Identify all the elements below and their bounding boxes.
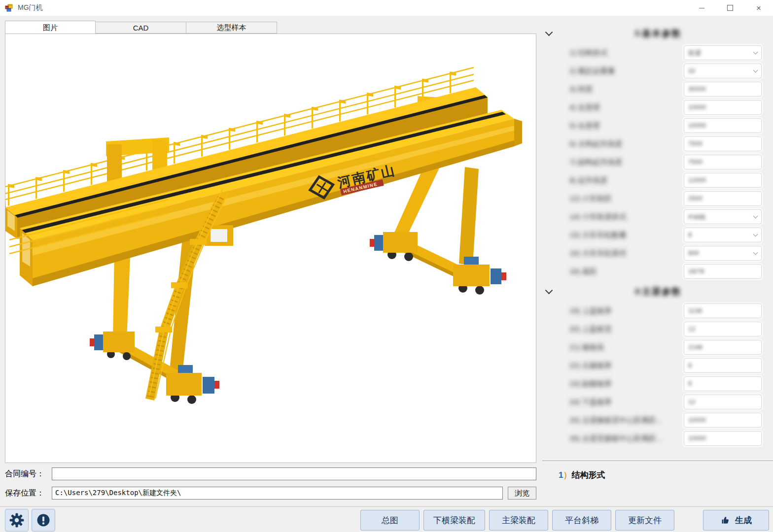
param-label: 19) 上盖板厚	[569, 306, 684, 316]
toolbar-button-总图[interactable]: 总图	[360, 510, 420, 531]
param-label: 21) 腹板高	[569, 343, 684, 352]
param-value: 7500	[688, 140, 703, 147]
param-row: 14) 小车轨道形式P38轨	[542, 209, 773, 224]
titlebar: MG门机 ×	[0, 0, 773, 16]
param-value: 2148	[688, 343, 703, 351]
param-label: 12) 小车轨距	[569, 194, 684, 203]
parameter-hint: 1）结构形式	[559, 469, 605, 481]
param-input[interactable]: 10000	[684, 118, 762, 133]
param-row: 18) 基距16/78	[542, 264, 773, 279]
save-location-label: 保存位置：	[5, 488, 52, 499]
param-value: 7500	[688, 158, 703, 166]
contract-number-input[interactable]	[52, 467, 536, 480]
param-value: 10000	[688, 434, 706, 442]
toolbar-button-主梁装配[interactable]: 主梁装配	[489, 510, 548, 531]
param-label: 20) 上盖板宽	[569, 325, 684, 334]
param-input[interactable]: 1138	[684, 303, 762, 318]
param-label: 15) 大车车轮数量	[569, 231, 684, 240]
param-label: 4) 左悬臂	[569, 103, 684, 112]
contract-number-label: 合同编号：	[5, 469, 52, 479]
param-input[interactable]: 10000	[684, 431, 762, 446]
settings-button[interactable]	[5, 509, 29, 532]
generate-button[interactable]: 生成	[703, 510, 769, 531]
param-value: 双梁	[688, 49, 701, 58]
close-icon: ×	[756, 4, 761, 12]
toolbar-button-平台斜梯[interactable]: 平台斜梯	[552, 510, 611, 531]
param-select[interactable]: 8	[684, 228, 762, 242]
param-value: 6	[688, 380, 692, 387]
param-input[interactable]: 10000	[684, 100, 762, 115]
param-input[interactable]: 12000	[684, 173, 762, 188]
hint-text: 结构形式	[571, 470, 605, 480]
collapse-section-icon[interactable]	[545, 29, 553, 36]
param-row: 6) 主钩起升高度7500	[542, 136, 773, 151]
param-row: 7) 副钩起升高度7500	[542, 155, 773, 169]
maximize-icon	[727, 5, 733, 11]
minimize-button[interactable]	[687, 0, 716, 16]
toolbar-button-下横梁装配[interactable]: 下横梁装配	[423, 510, 485, 531]
generate-label: 生成	[735, 515, 752, 526]
tab-选型样本[interactable]: 选型样本	[186, 22, 277, 33]
param-input[interactable]: 7500	[684, 155, 762, 169]
param-row: 26) 主梁至腹板中心距离距...10000	[542, 431, 773, 446]
param-label: 18) 基距	[569, 267, 684, 276]
param-value: 32	[688, 67, 695, 74]
panel-divider	[542, 461, 773, 462]
param-input[interactable]: 16/78	[684, 264, 762, 279]
param-select[interactable]: 600	[684, 246, 762, 261]
warning-button[interactable]	[32, 509, 55, 532]
minimize-icon	[699, 8, 704, 8]
param-row: 22) 主腹板厚6	[542, 358, 773, 373]
param-input[interactable]: 12	[684, 395, 762, 409]
param-row: 15) 大车车轮数量8	[542, 228, 773, 242]
param-input[interactable]: 7500	[684, 136, 762, 151]
tab-CAD[interactable]: CAD	[96, 22, 186, 33]
param-value: 600	[688, 249, 699, 257]
param-row: 21) 腹板高2148	[542, 340, 773, 355]
close-button[interactable]: ×	[744, 0, 773, 16]
section-title: ②主梁参数	[633, 287, 681, 297]
param-input[interactable]: 30000	[684, 82, 762, 97]
param-label: 5) 右悬臂	[569, 121, 684, 131]
param-input[interactable]: 6	[684, 376, 762, 391]
param-value: 10000	[688, 103, 706, 111]
bottom-toolbar: 总图下横梁装配主梁装配平台斜梯更新文件 生成	[0, 506, 773, 532]
section-title: ①基本参数	[633, 29, 681, 38]
param-row: 25) 主梁腹板至中心距离距...10000	[542, 413, 773, 428]
maximize-button[interactable]	[716, 0, 744, 16]
collapse-section-icon[interactable]	[545, 287, 553, 295]
toolbar-button-更新文件[interactable]: 更新文件	[615, 510, 674, 531]
param-input[interactable]: 10000	[684, 413, 762, 428]
param-label: 25) 主梁腹板至中心距离距...	[569, 416, 684, 425]
param-value: 12000	[688, 176, 706, 184]
param-row: 1) 结构形式双梁	[542, 45, 773, 60]
param-row: 4) 左悬臂10000	[542, 100, 773, 115]
param-row: 24) 下盖板厚12	[542, 395, 773, 409]
param-input[interactable]: 2148	[684, 340, 762, 355]
param-select[interactable]: P38轨	[684, 209, 762, 224]
param-label: 8) 起升高度	[569, 176, 684, 185]
param-label: 1) 结构形式	[569, 48, 684, 58]
param-input[interactable]: 12	[684, 322, 762, 336]
param-value: 12	[688, 398, 695, 405]
crane-image-panel: 河南矿山 HENANMINE	[5, 33, 536, 463]
param-label: 16) 大车车轮直径	[569, 249, 684, 258]
chevron-down-icon	[753, 232, 758, 237]
chevron-down-icon	[753, 214, 758, 219]
param-value: 1138	[688, 307, 702, 314]
parameter-panel: ①基本参数1) 结构形式双梁2) 额定起重量323) 跨度300004) 左悬臂…	[542, 21, 773, 532]
browse-button[interactable]: 浏览	[508, 487, 536, 499]
param-select[interactable]: 双梁	[684, 45, 762, 60]
param-input[interactable]: 2500	[684, 191, 762, 206]
param-label: 22) 主腹板厚	[569, 361, 684, 370]
param-row: 19) 上盖板厚1138	[542, 303, 773, 318]
param-select[interactable]: 32	[684, 64, 762, 78]
param-value: 10000	[688, 122, 706, 129]
param-input[interactable]: 6	[684, 358, 762, 373]
param-label: 14) 小车轨道形式	[569, 212, 684, 222]
rear-railing-posts	[5, 186, 6, 207]
save-path-input[interactable]	[52, 487, 503, 499]
param-row: 23) 副腹板厚6	[542, 376, 773, 391]
tab-图片[interactable]: 图片	[5, 21, 96, 34]
thumbs-up-icon	[720, 515, 731, 526]
